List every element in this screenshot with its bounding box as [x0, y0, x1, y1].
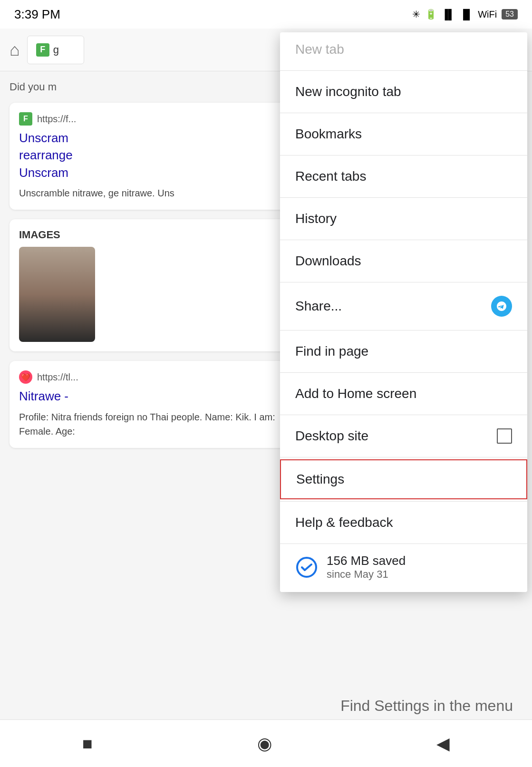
- menu-item-new-tab-partial[interactable]: New tab: [280, 36, 527, 68]
- result2-favicon: ❤️: [19, 370, 32, 384]
- divider-2: [280, 155, 527, 155]
- images-label: IMAGES: [19, 229, 276, 241]
- caption: Find Settings in the menu: [0, 697, 532, 715]
- menu-item-desktop-site[interactable]: Desktop site: [280, 417, 527, 455]
- desktop-site-checkbox[interactable]: [497, 428, 512, 444]
- images-row: [19, 247, 276, 342]
- menu-item-help-feedback-label: Help & feedback: [295, 515, 393, 530]
- result1-url-row: F https://f...: [19, 112, 276, 126]
- menu-item-new-incognito-tab-label: New incognito tab: [295, 84, 401, 99]
- menu-item-new-tab-label: New tab: [295, 42, 344, 57]
- search-result-1: F https://f... Unscram rearrange Unscram…: [10, 103, 285, 210]
- wifi-icon: WiFi: [478, 9, 497, 20]
- status-icons: ✳ 🔋 ▐▌ ▐▌ WiFi 53: [412, 9, 518, 20]
- browser-home-icon[interactable]: ⌂: [10, 40, 20, 60]
- menu-item-share[interactable]: Share...: [280, 284, 527, 328]
- divider-3: [280, 197, 527, 198]
- result2-url-row: ❤️ https://tl...: [19, 370, 276, 384]
- battery-level: 53: [502, 9, 518, 19]
- result1-snippet: Unscramble nitrawe, ge nitrawe. Uns: [19, 186, 276, 200]
- menu-item-downloads-label: Downloads: [295, 253, 361, 269]
- menu-item-find-in-page-label: Find in page: [295, 344, 368, 359]
- divider-4: [280, 240, 527, 240]
- divider-5: [280, 282, 527, 282]
- menu-item-settings-label: Settings: [296, 472, 344, 487]
- image-thumb-1[interactable]: [19, 247, 95, 342]
- menu-item-bookmarks-label: Bookmarks: [295, 126, 362, 142]
- browser-tab[interactable]: F g: [27, 36, 84, 64]
- nav-home-button[interactable]: ◉: [243, 729, 286, 758]
- divider-8: [280, 415, 527, 415]
- nav-back-button[interactable]: ◀: [422, 729, 464, 758]
- menu-item-history[interactable]: History: [280, 200, 527, 238]
- navigation-bar: ■ ◉ ◀: [0, 719, 532, 767]
- menu-item-desktop-site-label: Desktop site: [295, 428, 368, 444]
- divider-11: [280, 544, 527, 544]
- image-person-1: [19, 247, 95, 342]
- divider-9: [280, 457, 527, 457]
- divider-7: [280, 372, 527, 373]
- data-saved-row: 156 MB saved since May 31: [280, 546, 527, 588]
- data-saved-text: 156 MB saved since May 31: [327, 553, 406, 581]
- menu-item-history-label: History: [295, 211, 337, 226]
- data-saved-icon: [295, 556, 318, 579]
- result1-url-text: https://f...: [37, 114, 76, 125]
- tab-favicon: F: [36, 43, 49, 57]
- status-time: 3:39 PM: [14, 7, 60, 22]
- tab-url: g: [53, 44, 59, 56]
- menu-item-downloads[interactable]: Downloads: [280, 242, 527, 280]
- result1-favicon: F: [19, 112, 32, 126]
- menu-item-add-to-home-label: Add to Home screen: [295, 386, 416, 401]
- menu-item-add-to-home[interactable]: Add to Home screen: [280, 375, 527, 413]
- result2-url-text: https://tl...: [37, 372, 78, 383]
- nav-stop-button[interactable]: ■: [68, 729, 107, 758]
- data-saved-amount: 156 MB saved: [327, 553, 406, 568]
- result2-title[interactable]: Nitrawe -: [19, 388, 276, 405]
- result1-title[interactable]: Unscram rearrange Unscram: [19, 129, 276, 181]
- battery-icon: 🔋: [425, 9, 437, 20]
- bluetooth-icon: ✳: [412, 9, 420, 20]
- menu-item-recent-tabs-label: Recent tabs: [295, 169, 366, 184]
- status-bar: 3:39 PM ✳ 🔋 ▐▌ ▐▌ WiFi 53: [0, 0, 532, 29]
- menu-item-find-in-page[interactable]: Find in page: [280, 332, 527, 370]
- telegram-icon: [491, 296, 512, 317]
- menu-item-share-label: Share...: [295, 299, 342, 314]
- menu-item-recent-tabs[interactable]: Recent tabs: [280, 157, 527, 195]
- data-saved-since: since May 31: [327, 568, 406, 581]
- images-section: IMAGES: [10, 219, 285, 351]
- dropdown-menu: New tab New incognito tab Bookmarks Rece…: [280, 32, 527, 592]
- menu-item-help-feedback[interactable]: Help & feedback: [280, 504, 527, 542]
- did-you-know-text: Did you m: [10, 81, 285, 93]
- menu-item-settings[interactable]: Settings: [280, 459, 527, 499]
- divider-6: [280, 330, 527, 330]
- divider-1: [280, 113, 527, 113]
- signal-icon2: ▐▌: [460, 9, 473, 20]
- signal-icon1: ▐▌: [442, 9, 455, 20]
- content-area: Did you m F https://f... Unscram rearran…: [0, 71, 295, 467]
- divider-0: [280, 70, 527, 71]
- menu-item-bookmarks[interactable]: Bookmarks: [280, 115, 527, 153]
- divider-10: [280, 501, 527, 502]
- menu-item-new-incognito-tab[interactable]: New incognito tab: [280, 73, 527, 111]
- result2-snippet: Profile: Nitra friends foreign no Thai p…: [19, 410, 276, 438]
- search-result-2: ❤️ https://tl... Nitrawe - Profile: Nitr…: [10, 361, 285, 447]
